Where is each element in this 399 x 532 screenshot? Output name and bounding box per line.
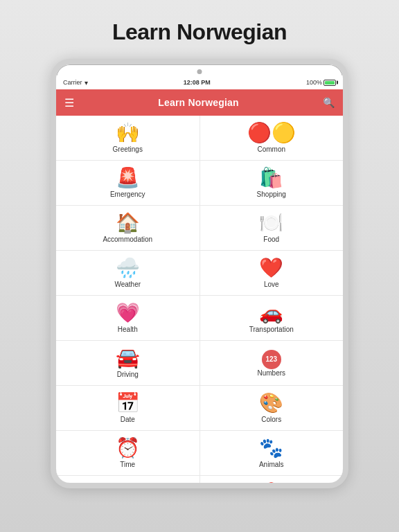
health-icon: 💗: [116, 303, 140, 323]
header-title: Learn Norwegian: [158, 97, 239, 108]
category-weather[interactable]: 🌧️Weather: [56, 251, 200, 295]
category-love[interactable]: ❤️Love: [200, 251, 344, 295]
category-colors[interactable]: 🎨Colors: [200, 386, 344, 430]
grid-row: ⏰Time🐾Animals: [56, 431, 343, 476]
love-icon: ❤️: [259, 258, 283, 278]
grid-row: 💗Health🚗Transportation: [56, 296, 343, 341]
grid-row: 🙌Greetings🔴🟡Common: [56, 116, 343, 161]
colors-label: Colors: [261, 416, 281, 423]
battery-bar-icon: [323, 80, 336, 86]
greetings-label: Greetings: [113, 145, 143, 153]
page-title: Learn Norwegian: [112, 19, 287, 45]
category-animals[interactable]: 🐾Animals: [200, 431, 344, 475]
love-label: Love: [264, 281, 279, 288]
accommodation-label: Accommodation: [103, 236, 152, 243]
search-icon[interactable]: 🔍: [323, 97, 335, 108]
grid-row: 🚘Driving123Numbers: [56, 341, 343, 386]
driving-label: Driving: [117, 371, 139, 378]
category-time[interactable]: ⏰Time: [56, 431, 200, 475]
time-label: Time: [120, 461, 135, 468]
health-label: Health: [118, 326, 138, 333]
grid-row: 🚨Emergency🛍️Shopping: [56, 161, 343, 206]
shopping-label: Shopping: [257, 190, 286, 198]
food-label: Food: [263, 236, 279, 243]
app-header: ☰ Learn Norwegian 🔍: [56, 89, 343, 116]
common-label: Common: [257, 145, 285, 153]
wifi-icon: ▾: [85, 79, 88, 87]
category-accommodation[interactable]: 🏠Accommodation: [56, 206, 200, 250]
battery-fill: [325, 81, 335, 85]
transportation-icon: 🚗: [259, 303, 283, 323]
category-shopping[interactable]: 🛍️Shopping: [200, 161, 344, 205]
category-transportation[interactable]: 🚗Transportation: [200, 296, 344, 340]
numbers-label: Numbers: [257, 369, 285, 377]
grid-row: 🏠Accommodation🍽️Food: [56, 206, 343, 251]
status-bar: Carrier ▾ 12:08 PM 100%: [56, 76, 343, 89]
carrier-label: Carrier: [63, 79, 82, 86]
date-icon: 📅: [116, 393, 140, 413]
time-icon: ⏰: [116, 438, 140, 458]
grid-row: 📅Date🎨Colors: [56, 386, 343, 431]
category-food[interactable]: 🍽️Food: [200, 206, 344, 250]
numbers-icon: 123: [262, 350, 281, 369]
category-driving[interactable]: 🚘Driving: [56, 341, 200, 385]
tablet-camera: [197, 69, 202, 74]
category-date[interactable]: 📅Date: [56, 386, 200, 430]
status-carrier: Carrier ▾: [63, 79, 88, 87]
category-emergency[interactable]: 🚨Emergency: [56, 161, 200, 205]
tablet-frame: Carrier ▾ 12:08 PM 100% ☰ Learn Norwegia…: [51, 59, 348, 488]
food-icon: 🍽️: [259, 213, 283, 233]
weather-label: Weather: [114, 281, 141, 288]
date-label: Date: [121, 416, 135, 423]
battery-percent: 100%: [306, 79, 322, 86]
category-location[interactable]: 📍Location: [200, 476, 344, 483]
animals-icon: 🐾: [259, 438, 283, 458]
driving-icon: 🚘: [116, 348, 140, 368]
menu-icon[interactable]: ☰: [64, 96, 74, 109]
grid-row: 🌧️Weather❤️Love: [56, 251, 343, 296]
shopping-icon: 🛍️: [259, 168, 283, 188]
common-icon: 🔴🟡: [247, 123, 296, 143]
accommodation-icon: 🏠: [116, 213, 140, 233]
status-time: 12:08 PM: [184, 79, 211, 86]
category-people[interactable]: 👥People: [56, 476, 200, 483]
category-health[interactable]: 💗Health: [56, 296, 200, 340]
category-greetings[interactable]: 🙌Greetings: [56, 116, 200, 160]
emergency-icon: 🚨: [116, 168, 140, 188]
animals-label: Animals: [259, 461, 284, 468]
emergency-label: Emergency: [110, 190, 145, 198]
status-battery: 100%: [306, 79, 336, 86]
category-numbers[interactable]: 123Numbers: [200, 341, 344, 385]
greetings-icon: 🙌: [116, 123, 140, 143]
transportation-label: Transportation: [249, 326, 294, 333]
colors-icon: 🎨: [259, 393, 283, 413]
category-common[interactable]: 🔴🟡Common: [200, 116, 344, 160]
grid-row: 👥People📍Location: [56, 476, 343, 483]
weather-icon: 🌧️: [116, 258, 140, 278]
numbers-icon: 123: [262, 350, 281, 369]
category-grid: 🙌Greetings🔴🟡Common🚨Emergency🛍️Shopping🏠A…: [56, 116, 343, 483]
